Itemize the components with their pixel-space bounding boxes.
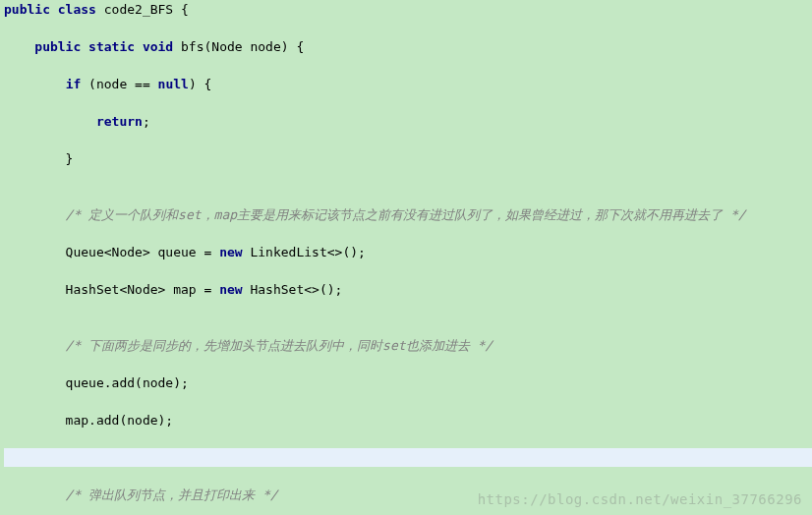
- code-line: }: [4, 149, 812, 168]
- keyword: public static void: [34, 39, 173, 54]
- code-comment: /* 定义一个队列和set，map主要是用来标记该节点之前有没有进过队列了，如果…: [4, 205, 812, 224]
- keyword: new: [219, 245, 242, 259]
- code-comment: /* 下面两步是同步的，先增加头节点进去队列中，同时set也添加进去 */: [4, 336, 812, 355]
- code-line: public class code2_BFS {: [4, 0, 812, 19]
- code-line: queue.add(node);: [4, 373, 812, 392]
- caret-line: [4, 448, 812, 467]
- keyword: public class: [4, 2, 96, 17]
- keyword: new: [219, 282, 242, 297]
- code-line: public static void bfs(Node node) {: [4, 37, 812, 56]
- code-line: HashSet<Node> map = new HashSet<>();: [4, 280, 812, 299]
- code-line: if (node == null) {: [4, 75, 812, 93]
- code-line: Queue<Node> queue = new LinkedList<>();: [4, 243, 812, 261]
- code-line: return;: [4, 112, 812, 131]
- keyword: if: [66, 77, 82, 91]
- keyword: null: [158, 77, 189, 91]
- code-block: public class code2_BFS { public static v…: [0, 0, 812, 515]
- code-line: map.add(node);: [4, 411, 812, 429]
- code-comment: /* 弹出队列节点，并且打印出来 */: [4, 486, 812, 504]
- keyword: return: [96, 114, 143, 129]
